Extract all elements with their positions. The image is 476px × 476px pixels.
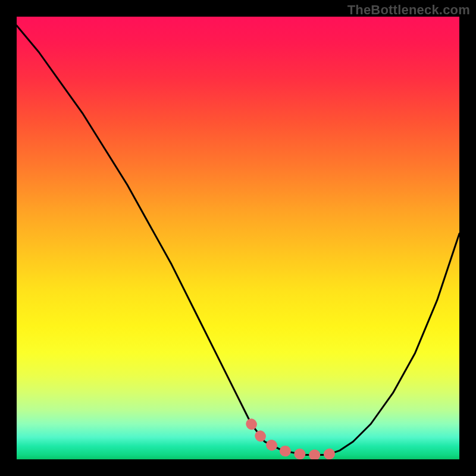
watermark-text: TheBottleneck.com (347, 2, 470, 18)
bottleneck-curve (17, 26, 459, 455)
curves-svg (17, 17, 459, 459)
chart-frame: TheBottleneck.com (0, 0, 476, 476)
plot-area (17, 17, 459, 459)
match-zone-highlight (251, 424, 340, 455)
